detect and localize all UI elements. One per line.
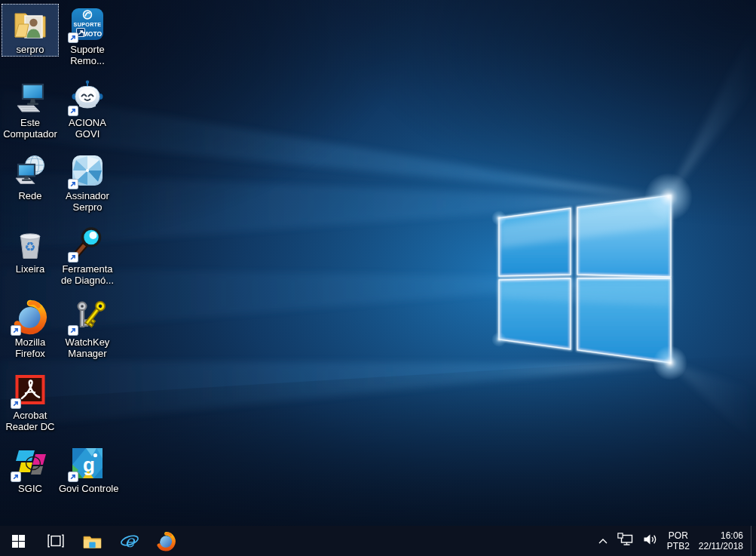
desktop-surface[interactable]: serproSUPORTEMOTOSuporteRemo...EsteCompu… <box>0 0 756 526</box>
desktop-icon-label: AssinadorSerpro <box>59 190 116 213</box>
svg-text:♻: ♻ <box>24 239 35 254</box>
internet-explorer-button[interactable]: e <box>111 526 148 556</box>
sgic-icon <box>12 445 48 481</box>
desktop-icon-label: serpro <box>2 44 59 55</box>
taskbar-buttons: e <box>0 526 185 556</box>
language-line1: POR <box>667 530 690 541</box>
tray-network-button[interactable] <box>613 526 638 556</box>
govi-icon: g <box>69 445 106 481</box>
shortcut-arrow-icon <box>68 252 78 263</box>
desktop-icon-aciona-govi[interactable]: ACIONAGOVI <box>59 77 116 141</box>
start-button[interactable] <box>0 526 37 556</box>
desktop-icon-label: Rede <box>2 190 59 201</box>
desktop-icon-ferramenta-de-diagnostico[interactable]: Ferramentade Diagnó... <box>59 223 116 287</box>
svg-text:SUPORTE: SUPORTE <box>74 21 102 28</box>
tray-icon-buttons <box>593 526 663 556</box>
svg-text:g: g <box>83 453 95 476</box>
desktop-icon-suporte-remoto[interactable]: SUPORTEMOTOSuporteRemo... <box>59 4 116 68</box>
desktop-icon-label: SGIC <box>2 483 59 494</box>
shortcut-arrow-icon <box>11 325 21 336</box>
shortcut-arrow-icon <box>68 325 78 336</box>
desktop-icon-label: Ferramentade Diagnó... <box>59 263 116 286</box>
magnifier-icon <box>69 226 106 262</box>
show-desktop-button[interactable] <box>751 526 756 556</box>
shortcut-arrow-icon <box>68 106 78 116</box>
taskbar: e POR PTB2 16:06 22/11/2018 <box>0 526 756 556</box>
desktop-icon-label: WatchKeyManager <box>59 336 116 359</box>
desktop-icon-acrobat-reader-dc[interactable]: AcrobatReader DC <box>2 370 59 434</box>
desktop-icon-label: EsteComputador <box>2 117 59 140</box>
desktop-icon-watchkey-manager[interactable]: WatchKeyManager <box>59 296 116 361</box>
desktop-icon-label: ACIONAGOVI <box>59 117 116 140</box>
language-line2: PTB2 <box>667 541 690 551</box>
ethernet-icon <box>617 533 634 549</box>
desktop-icon-label: AcrobatReader DC <box>2 410 59 432</box>
user-folder-icon <box>12 6 48 42</box>
windows-desktop-screen: serproSUPORTEMOTOSuporteRemo...EsteCompu… <box>0 0 756 556</box>
desktop-icon-rede[interactable]: Rede <box>2 150 59 203</box>
desktop-icon-grid: serproSUPORTEMOTOSuporteRemo...EsteCompu… <box>0 0 756 526</box>
desktop-icon-mozilla-firefox[interactable]: MozillaFirefox <box>2 296 59 361</box>
desktop-icon-lixeira[interactable]: ♻Lixeira <box>2 223 59 276</box>
acrobat-icon <box>12 372 48 408</box>
desktop-icon-serpro[interactable]: serpro <box>2 4 59 57</box>
language-indicator[interactable]: POR PTB2 <box>663 530 694 551</box>
firefox-icon <box>12 299 48 335</box>
network-places-icon <box>12 152 48 189</box>
suporte-moto-icon: SUPORTEMOTO <box>69 6 106 42</box>
desktop-icon-label: Govi Controle <box>59 483 116 494</box>
desktop-icon-label: Lixeira <box>2 263 59 275</box>
task-view-button[interactable] <box>37 526 74 556</box>
desktop-icon-label: SuporteRemo... <box>59 44 116 66</box>
desktop-icon-assinador-serpro[interactable]: AssinadorSerpro <box>59 150 116 214</box>
assinador-icon <box>69 152 106 189</box>
shortcut-arrow-icon <box>11 472 21 482</box>
shortcut-arrow-icon <box>11 398 21 409</box>
desktop-icon-govi-controle[interactable]: gGovi Controle <box>59 443 116 496</box>
desktop-icon-sgic[interactable]: SGIC <box>2 443 59 496</box>
shortcut-arrow-icon <box>68 472 78 482</box>
this-pc-icon <box>12 79 48 115</box>
tray-volume-button[interactable] <box>638 526 663 556</box>
desktop-icon-este-computador[interactable]: EsteComputador <box>2 77 59 141</box>
file-explorer-button[interactable] <box>74 526 111 556</box>
desktop-icon-label: MozillaFirefox <box>2 336 59 359</box>
speaker-icon <box>643 533 658 548</box>
chevron-up-icon <box>598 534 608 548</box>
firefox-button[interactable] <box>148 526 185 556</box>
recycle-bin-icon: ♻ <box>12 226 48 262</box>
robot-icon <box>69 79 106 115</box>
tray-expand-button[interactable] <box>593 526 613 556</box>
clock-time: 16:06 <box>699 530 743 541</box>
svg-text:MOTO: MOTO <box>83 30 103 38</box>
shortcut-arrow-icon <box>68 32 78 43</box>
svg-text:e: e <box>124 532 136 551</box>
clock-date: 22/11/2018 <box>699 541 743 551</box>
shortcut-arrow-icon <box>68 179 78 189</box>
clock[interactable]: 16:06 22/11/2018 <box>694 530 748 551</box>
system-tray: POR PTB2 16:06 22/11/2018 <box>593 526 756 556</box>
keys-icon <box>69 299 106 335</box>
